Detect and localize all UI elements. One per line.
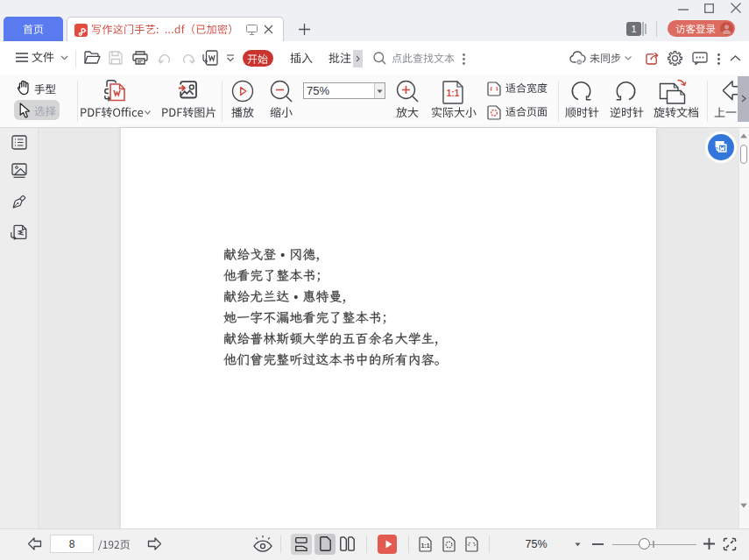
svg-text:1:1: 1:1 [420,542,429,549]
